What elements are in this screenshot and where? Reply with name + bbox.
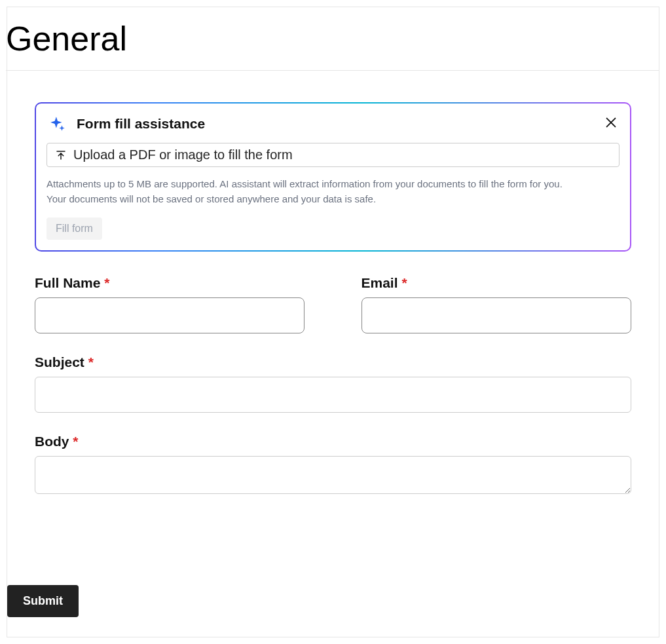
upload-icon [55, 149, 67, 161]
page-container: General Form fill assistance [7, 7, 659, 637]
form-row-name-email: Full Name * Email * [35, 275, 631, 333]
form-group-full-name: Full Name * [35, 275, 305, 333]
required-indicator: * [73, 434, 78, 449]
email-label-text: Email [361, 275, 398, 290]
email-input[interactable] [361, 297, 631, 333]
form-fill-assistance-panel: Form fill assistance [35, 102, 631, 252]
assist-header: Form fill assistance [46, 115, 620, 132]
subject-label: Subject * [35, 354, 631, 370]
sparkle-icon [49, 115, 66, 132]
form-group-body: Body * [35, 434, 631, 494]
assist-helptext-line2: Your documents will not be saved or stor… [46, 191, 620, 206]
body-label-text: Body [35, 434, 69, 449]
required-indicator: * [88, 354, 94, 369]
full-name-input[interactable] [35, 297, 305, 333]
full-name-label: Full Name * [35, 275, 305, 291]
body-label: Body * [35, 434, 631, 449]
required-indicator: * [104, 275, 109, 290]
close-icon [604, 122, 618, 132]
form-group-subject: Subject * [35, 354, 631, 413]
full-name-label-text: Full Name [35, 275, 100, 290]
submit-button[interactable]: Submit [7, 585, 79, 617]
submit-row: Submit [7, 585, 79, 617]
upload-label: Upload a PDF or image to fill the form [73, 147, 293, 162]
page-title: General [6, 7, 659, 71]
close-button[interactable] [604, 115, 618, 130]
fill-form-button[interactable]: Fill form [46, 218, 102, 240]
required-indicator: * [401, 275, 407, 290]
form-group-email: Email * [361, 275, 632, 333]
subject-input[interactable] [35, 377, 631, 413]
content-area: Form fill assistance [7, 71, 659, 528]
assist-title: Form fill assistance [77, 116, 205, 132]
form-row-body: Body * [35, 434, 631, 494]
upload-dropzone[interactable]: Upload a PDF or image to fill the form [46, 143, 620, 167]
body-textarea[interactable] [35, 456, 631, 494]
assist-helptext: Attachments up to 5 MB are supported. AI… [46, 176, 620, 207]
email-label: Email * [361, 275, 632, 291]
form-row-subject: Subject * [35, 354, 631, 413]
subject-label-text: Subject [35, 354, 84, 369]
assist-helptext-line1: Attachments up to 5 MB are supported. AI… [46, 176, 620, 191]
